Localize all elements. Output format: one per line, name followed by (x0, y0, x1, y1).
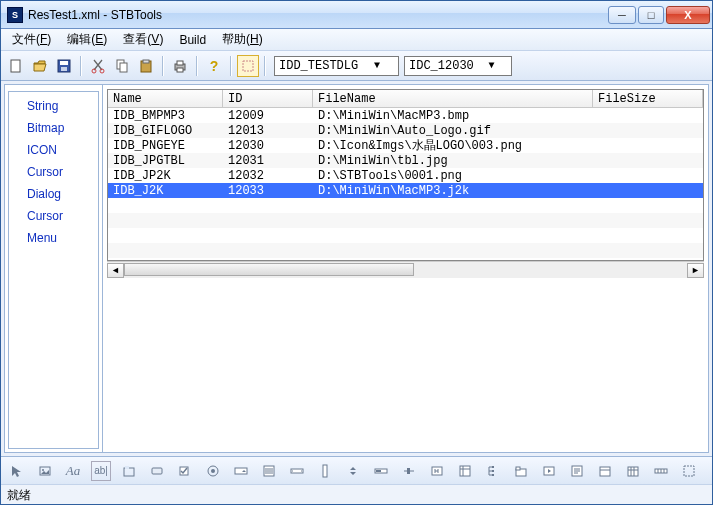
sidebar-item[interactable]: ICON (9, 139, 98, 161)
chevron-down-icon: ▼ (358, 60, 396, 71)
help-icon[interactable]: ? (203, 55, 225, 77)
svg-rect-2 (60, 61, 68, 65)
progress-tool-icon[interactable] (371, 461, 391, 481)
col-header-name[interactable]: Name (108, 90, 223, 107)
image-tool-icon[interactable] (35, 461, 55, 481)
sidebar: StringBitmapICONCursorDialogCursorMenu (5, 85, 103, 452)
toolbar: ? IDD_TESTDLG▼ IDC_12030▼ (1, 51, 712, 81)
sidebar-item[interactable]: Menu (9, 227, 98, 249)
menu-view[interactable]: 查看(V) (116, 29, 170, 50)
table-row[interactable]: IDB_GIFLOGO12013D:\MiniWin\Auto_Logo.gif (108, 123, 703, 138)
col-header-id[interactable]: ID (223, 90, 313, 107)
button-tool-icon[interactable] (147, 461, 167, 481)
svg-rect-9 (143, 60, 149, 63)
svg-rect-33 (492, 474, 494, 476)
titlebar[interactable]: S ResTest1.xml - STBTools ─ □ X (1, 1, 712, 29)
edit-tool-icon[interactable]: ab| (91, 461, 111, 481)
menu-help[interactable]: 帮助(H) (215, 29, 270, 50)
hscroll-tool-icon[interactable] (287, 461, 307, 481)
vscroll-tool-icon[interactable] (315, 461, 335, 481)
combobox-tool-icon[interactable] (231, 461, 251, 481)
col-header-file[interactable]: FileName (313, 90, 593, 107)
cell-id: 12030 (223, 139, 313, 153)
animate-tool-icon[interactable] (539, 461, 559, 481)
menu-file[interactable]: 文件(F) (5, 29, 58, 50)
cell-file: D:\MiniWin\MacMP3.bmp (313, 109, 593, 123)
open-file-icon[interactable] (29, 55, 51, 77)
close-button[interactable]: X (666, 6, 710, 24)
minimize-button[interactable]: ─ (608, 6, 636, 24)
svg-rect-18 (152, 468, 162, 474)
spin-tool-icon[interactable] (343, 461, 363, 481)
save-file-icon[interactable] (53, 55, 75, 77)
table-row[interactable]: IDB_PNGEYE12030D:\Icon&Imgs\水晶LOGO\003.p… (108, 138, 703, 153)
new-file-icon[interactable] (5, 55, 27, 77)
table-row[interactable]: IDB_BMPMP312009D:\MiniWin\MacMP3.bmp (108, 108, 703, 123)
horizontal-scrollbar[interactable]: ◄ ► (107, 261, 704, 278)
list-body[interactable]: IDB_BMPMP312009D:\MiniWin\MacMP3.bmpIDB_… (108, 108, 703, 260)
cell-name: IDB_BMPMP3 (108, 109, 223, 123)
pointer-tool-icon[interactable] (7, 461, 27, 481)
cell-file: D:\MiniWin\MacMP3.j2k (313, 184, 593, 198)
svg-rect-13 (243, 61, 253, 71)
copy-icon[interactable] (111, 55, 133, 77)
label-tool-icon[interactable]: Aa (63, 461, 83, 481)
scroll-track[interactable] (124, 263, 687, 278)
datetime-tool-icon[interactable] (595, 461, 615, 481)
window-title: ResTest1.xml - STBTools (28, 8, 608, 22)
cell-name: IDB_PNGEYE (108, 139, 223, 153)
sidebar-tree[interactable]: StringBitmapICONCursorDialogCursorMenu (8, 91, 99, 449)
ipaddr-tool-icon[interactable] (651, 461, 671, 481)
cut-icon[interactable] (87, 55, 109, 77)
svg-rect-27 (376, 470, 381, 472)
hotkey-tool-icon[interactable] (427, 461, 447, 481)
paste-icon[interactable] (135, 55, 157, 77)
svg-rect-3 (61, 67, 67, 71)
listctrl-tool-icon[interactable] (455, 461, 475, 481)
svg-rect-11 (177, 61, 183, 65)
menu-build[interactable]: Build (172, 31, 213, 49)
richedit-tool-icon[interactable] (567, 461, 587, 481)
sidebar-item[interactable]: String (9, 95, 98, 117)
sidebar-item[interactable]: Cursor (9, 205, 98, 227)
radio-tool-icon[interactable] (203, 461, 223, 481)
sidebar-item[interactable]: Dialog (9, 183, 98, 205)
svg-rect-30 (460, 466, 470, 476)
scroll-thumb[interactable] (124, 263, 414, 276)
status-bar: 就绪 (1, 484, 712, 504)
cell-name: IDB_JPGTBL (108, 154, 223, 168)
slider-tool-icon[interactable] (399, 461, 419, 481)
cell-id: 12033 (223, 184, 313, 198)
sidebar-item[interactable]: Bitmap (9, 117, 98, 139)
custom-tool-icon[interactable] (679, 461, 699, 481)
svg-rect-17 (125, 466, 129, 469)
list-header[interactable]: Name ID FileName FileSize (108, 90, 703, 108)
groupbox-tool-icon[interactable] (119, 461, 139, 481)
combo-control-id[interactable]: IDC_12030▼ (404, 56, 512, 76)
treectrl-tool-icon[interactable] (483, 461, 503, 481)
cell-id: 12032 (223, 169, 313, 183)
checkbox-tool-icon[interactable] (175, 461, 195, 481)
svg-rect-39 (628, 467, 638, 476)
col-header-size[interactable]: FileSize (593, 90, 703, 107)
print-icon[interactable] (169, 55, 191, 77)
month-tool-icon[interactable] (623, 461, 643, 481)
cell-file: D:\STBTools\0001.png (313, 169, 593, 183)
resource-list[interactable]: Name ID FileName FileSize IDB_BMPMP31200… (107, 89, 704, 261)
tab-tool-icon[interactable] (511, 461, 531, 481)
svg-rect-28 (407, 468, 410, 474)
listbox-tool-icon[interactable] (259, 461, 279, 481)
scroll-left-icon[interactable]: ◄ (107, 263, 124, 278)
table-row[interactable]: IDB_J2K12033D:\MiniWin\MacMP3.j2k (108, 183, 703, 198)
combo-dialog-id[interactable]: IDD_TESTDLG▼ (274, 56, 399, 76)
menu-edit[interactable]: 编辑(E) (60, 29, 114, 50)
table-row[interactable]: IDB_JP2K12032D:\STBTools\0001.png (108, 168, 703, 183)
table-row[interactable]: IDB_JPGTBL12031D:\MiniWin\tbl.jpg (108, 153, 703, 168)
maximize-button[interactable]: □ (638, 6, 664, 24)
scroll-right-icon[interactable]: ► (687, 263, 704, 278)
cell-name: IDB_GIFLOGO (108, 124, 223, 138)
svg-point-15 (42, 469, 44, 471)
menubar: 文件(F) 编辑(E) 查看(V) Build 帮助(H) (1, 29, 712, 51)
sidebar-item[interactable]: Cursor (9, 161, 98, 183)
selection-tool-icon[interactable] (237, 55, 259, 77)
